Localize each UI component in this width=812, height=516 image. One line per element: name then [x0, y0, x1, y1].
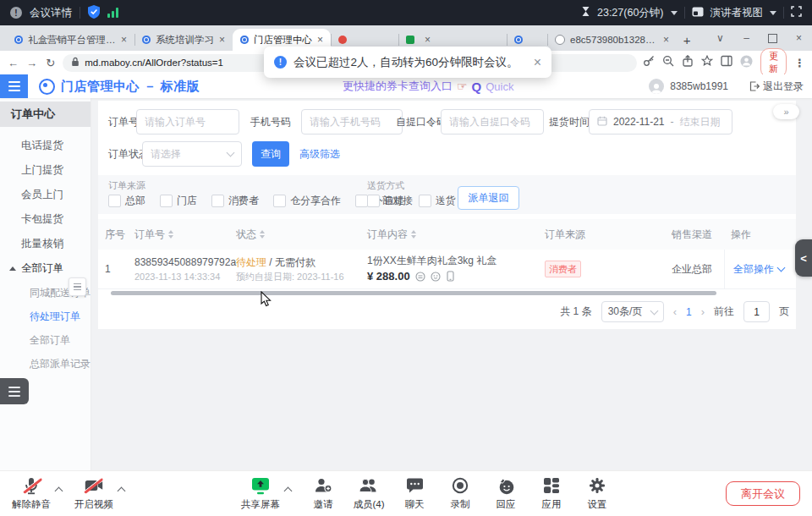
sort-icon[interactable] [411, 230, 416, 239]
floating-list-button[interactable] [0, 378, 29, 404]
key-icon[interactable] [643, 55, 655, 70]
order-no-input[interactable] [136, 109, 239, 134]
toolbar-chat-button[interactable]: 聊天 [392, 476, 437, 511]
sidebar-item-pending-orders[interactable]: 待处理订单 [0, 305, 91, 328]
menu-hamburger-icon[interactable] [0, 74, 28, 98]
tab-close-icon[interactable]: × [425, 35, 431, 45]
checkbox-icon[interactable] [273, 195, 286, 207]
fullscreen-icon[interactable] [791, 6, 802, 19]
profile-avatar-icon[interactable] [740, 55, 753, 71]
forward-icon[interactable]: → [25, 57, 38, 69]
share-options-caret[interactable] [285, 486, 292, 493]
toolbar-unmute-button[interactable]: 解除静音 [8, 476, 54, 511]
meeting-panel-handle[interactable]: < [795, 239, 812, 277]
search-button[interactable]: 查询 [252, 141, 289, 167]
sidebar-item-card-pickup[interactable]: 卡包提货 [0, 207, 91, 232]
share-icon[interactable] [682, 55, 694, 70]
sidebar-item-phone-pickup[interactable]: 电话提货 [0, 134, 91, 158]
browser-tab[interactable]: e8c573980b1328a258fd2e61 × [547, 29, 677, 51]
delivery-option-self-pickup[interactable]: 自提 [367, 194, 404, 208]
tab-close-icon[interactable]: × [121, 35, 127, 45]
sort-icon[interactable] [168, 230, 173, 239]
close-icon[interactable]: × [786, 25, 812, 51]
date-range-picker[interactable]: 2022-11-21 - 结束日期 [589, 109, 732, 134]
video-options-caret[interactable] [118, 486, 125, 493]
next-page-button[interactable]: › [701, 305, 705, 318]
notification-close-icon[interactable]: × [534, 55, 541, 70]
toolbar-members-button[interactable]: 成员(4) [346, 476, 392, 511]
source-option-consumer[interactable]: 消费者 [211, 194, 259, 208]
sidebar-item-hq-dispatch-records[interactable]: 总部派单记录 [0, 352, 91, 376]
checkbox-icon[interactable] [160, 195, 173, 207]
username[interactable]: 8385wb1991 [670, 80, 728, 92]
browser-tab[interactable]: 礼盒营销平台管理中心 × [7, 29, 134, 51]
sidebar-item-all-orders[interactable]: 全部订单 [0, 328, 91, 352]
side-panel-icon[interactable] [721, 55, 732, 70]
col-header-status[interactable]: 状态 [229, 228, 360, 242]
toolbar-start-video-button[interactable]: 开启视频 [71, 476, 117, 511]
bookmark-star-icon[interactable] [701, 55, 713, 70]
row-actions-dropdown[interactable]: 全部操作 [724, 250, 796, 288]
toolbar-apps-button[interactable]: 应用 [529, 476, 574, 511]
pickup-code-input[interactable] [441, 109, 544, 134]
panel-collapse-button[interactable]: » [773, 104, 799, 119]
tab-close-icon[interactable]: × [219, 35, 225, 45]
phone-input[interactable] [301, 109, 403, 134]
leave-meeting-button[interactable]: 离开会议 [726, 481, 800, 506]
tab-search-icon[interactable]: ∨ [707, 25, 733, 51]
delivery-option-delivery[interactable]: 送货 [419, 194, 456, 208]
view-dropdown-icon[interactable] [770, 11, 776, 15]
toolbar-reactions-button[interactable]: 回应 [483, 476, 529, 511]
timer-dropdown-icon[interactable] [671, 11, 678, 15]
maximize-icon[interactable] [760, 25, 786, 51]
sidebar-item-batch-verify[interactable]: 批量核销 [0, 232, 91, 256]
new-tab-button[interactable]: + [677, 30, 697, 50]
order-receipt-icon[interactable] [415, 271, 425, 286]
zoom-icon[interactable] [662, 55, 674, 70]
checkbox-icon[interactable] [211, 195, 224, 207]
tab-close-icon[interactable]: × [663, 35, 669, 45]
sort-icon[interactable] [260, 230, 265, 239]
checkbox-icon[interactable] [367, 195, 380, 207]
meeting-detail-label[interactable]: 会议详情 [30, 6, 72, 20]
goto-page-input[interactable] [743, 301, 770, 322]
tab-close-icon[interactable]: × [317, 35, 323, 45]
minimize-icon[interactable]: – [733, 25, 760, 51]
toolbar-invite-button[interactable]: 邀请 [300, 476, 346, 511]
col-header-content[interactable]: 订单内容 [360, 228, 538, 242]
logout-button[interactable]: 退出登录 [749, 80, 804, 94]
prev-page-button[interactable]: ‹ [673, 305, 677, 318]
dispatch-return-button[interactable]: 派单退回 [458, 186, 519, 210]
order-status-select[interactable]: 请选择 [142, 141, 242, 167]
checkbox-icon[interactable] [355, 195, 368, 207]
col-header-order-id[interactable]: 订单号 [128, 228, 229, 242]
toolbar-record-button[interactable]: 录制 [437, 476, 483, 511]
reload-icon[interactable]: ↻ [44, 57, 57, 69]
user-avatar[interactable] [649, 79, 664, 94]
chrome-update-button[interactable]: 更新 [760, 48, 787, 78]
advanced-filter-link[interactable]: 高级筛选 [299, 141, 340, 167]
current-page[interactable]: 1 [686, 306, 692, 318]
chrome-menu-icon[interactable]: ⋮ [794, 57, 805, 69]
toolbar-share-screen-button[interactable]: 共享屏幕 [238, 476, 283, 511]
back-icon[interactable]: ← [7, 57, 19, 69]
sidebar-item-member-visit[interactable]: 会员上门 [0, 183, 91, 207]
network-signal-icon[interactable] [107, 8, 118, 18]
source-option-hq[interactable]: 总部 [108, 194, 145, 208]
checkbox-icon[interactable] [419, 195, 431, 207]
sidebar-collapse-handle[interactable] [69, 277, 86, 296]
security-shield-icon[interactable] [88, 5, 100, 21]
sidebar-item-door-pickup[interactable]: 上门提货 [0, 158, 91, 183]
order-phone-icon[interactable] [447, 271, 454, 286]
checkbox-icon[interactable] [108, 195, 121, 207]
page-size-select[interactable]: 30条/页 [601, 301, 664, 322]
browser-tab[interactable]: 系统培训学习 × [134, 29, 233, 51]
source-option-store[interactable]: 门店 [160, 194, 197, 208]
order-smile-icon[interactable] [431, 271, 441, 286]
toolbar-settings-button[interactable]: 设置 [574, 476, 620, 511]
meeting-info-icon[interactable]: ! [10, 7, 22, 19]
view-mode-label[interactable]: 演讲者视图 [710, 6, 764, 20]
mic-options-caret[interactable] [56, 486, 63, 493]
source-option-warehouse-share[interactable]: 仓分享合作 [273, 194, 341, 208]
quick-entry-banner[interactable]: 更快捷的券卡查询入口 ☞ Q Quick [343, 79, 513, 94]
